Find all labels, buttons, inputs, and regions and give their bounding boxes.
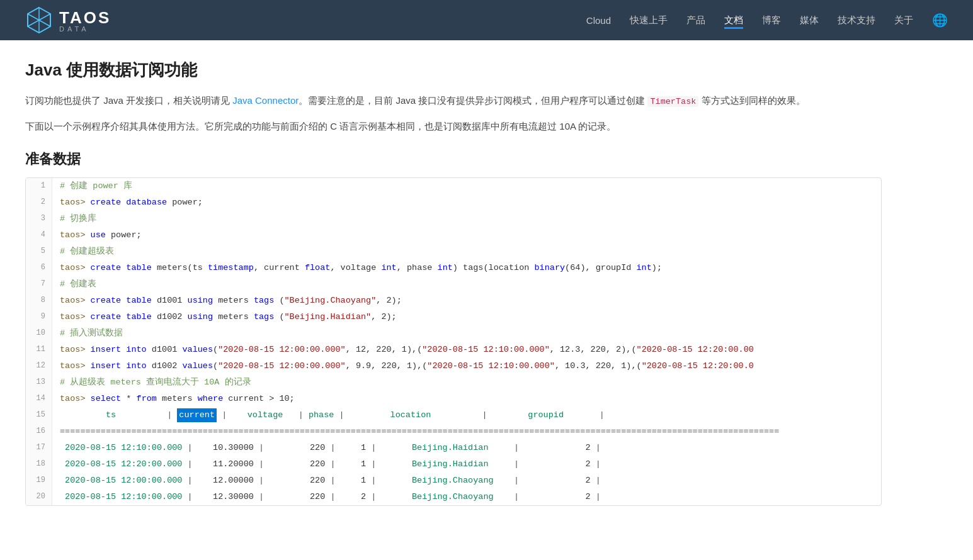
line-content: taos> create table d1002 using meters ta… [52, 309, 881, 325]
code-line: 3# 切换库 [26, 211, 881, 227]
code-line: 1# 创建 power 库 [26, 178, 881, 194]
line-content: taos> insert into d1002 values("2020-08-… [52, 358, 881, 374]
code-line: 12taos> insert into d1002 values("2020-0… [26, 358, 881, 374]
highlight-col: current [177, 408, 217, 422]
line-number: 6 [26, 260, 52, 276]
line-number: 18 [26, 456, 52, 473]
line-content: taos> create database power; [52, 194, 881, 211]
java-connector-link[interactable]: Java Connector [232, 95, 299, 106]
nav-about[interactable]: 关于 [894, 12, 913, 29]
line-content: # 插入测试数据 [52, 325, 881, 342]
line-number: 17 [26, 440, 52, 456]
desc1-prefix: 订阅功能也提供了 Java 开发接口，相关说明请见 [25, 95, 232, 106]
line-content: 2020-08-15 12:20:00.000 | 11.20000 | 220… [52, 456, 881, 473]
line-number: 12 [26, 358, 52, 374]
line-number: 20 [26, 489, 52, 505]
logo-icon [25, 6, 53, 34]
line-content: ========================================… [52, 423, 881, 440]
line-content: 2020-08-15 12:10:00.000 | 10.30000 | 220… [52, 440, 881, 456]
nav-docs[interactable]: 文档 [724, 12, 743, 29]
nav-product[interactable]: 产品 [686, 12, 705, 29]
line-number: 9 [26, 309, 52, 325]
line-number: 1 [26, 178, 52, 194]
line-number: 16 [26, 423, 52, 440]
code-line: 19 2020-08-15 12:00:00.000 | 12.00000 | … [26, 473, 881, 489]
line-number: 14 [26, 391, 52, 407]
nav-menu: Cloud 快速上手 产品 文档 博客 媒体 技术支持 关于 🌐 [586, 12, 948, 29]
line-number: 11 [26, 342, 52, 358]
code-line: 8taos> create table d1001 using meters t… [26, 293, 881, 309]
line-content: # 创建表 [52, 276, 881, 293]
line-content: taos> select * from meters where current… [52, 391, 881, 407]
desc1-end: 等方式达到同样的效果。 [698, 95, 805, 106]
desc-1: 订阅功能也提供了 Java 开发接口，相关说明请见 Java Connector… [25, 92, 882, 109]
code-line: 13# 从超级表 meters 查询电流大于 10A 的记录 [26, 374, 881, 391]
line-content: 2020-08-15 12:10:00.000 | 12.30000 | 220… [52, 489, 881, 505]
code-line: 20 2020-08-15 12:10:00.000 | 12.30000 | … [26, 489, 881, 505]
line-number: 3 [26, 211, 52, 227]
line-number: 19 [26, 473, 52, 489]
code-line: 11taos> insert into d1001 values("2020-0… [26, 342, 881, 358]
logo[interactable]: TAOS DATA [25, 6, 111, 34]
code-line: 7# 创建表 [26, 276, 881, 293]
nav-quickstart[interactable]: 快速上手 [630, 12, 668, 29]
line-number: 5 [26, 244, 52, 260]
line-number: 15 [26, 407, 52, 423]
timertask-code: TimerTask [647, 96, 698, 107]
line-content: # 创建 power 库 [52, 178, 881, 194]
desc-2: 下面以一个示例程序介绍其具体使用方法。它所完成的功能与前面介绍的 C 语言示例基… [25, 118, 882, 135]
line-content: taos> create table d1001 using meters ta… [52, 293, 881, 309]
line-number: 2 [26, 194, 52, 211]
line-content: ts | current | voltage | phase | locatio… [52, 407, 881, 423]
code-block: 1# 创建 power 库2taos> create database powe… [25, 177, 882, 506]
desc1-suffix: 。需要注意的是，目前 Java 接口没有提供异步订阅模式，但用户程序可以通过创建 [299, 95, 647, 106]
line-content: 2020-08-15 12:00:00.000 | 12.00000 | 220… [52, 473, 881, 489]
line-content: taos> create table meters(ts timestamp, … [52, 260, 881, 276]
code-line: 18 2020-08-15 12:20:00.000 | 11.20000 | … [26, 456, 881, 473]
line-number: 10 [26, 325, 52, 342]
code-line: 2taos> create database power; [26, 194, 881, 211]
line-content: taos> insert into d1001 values("2020-08-… [52, 342, 881, 358]
code-line: 16======================================… [26, 423, 881, 440]
nav-cloud[interactable]: Cloud [586, 13, 611, 28]
code-line: 4taos> use power; [26, 227, 881, 244]
nav-media[interactable]: 媒体 [800, 12, 819, 29]
code-line: 10# 插入测试数据 [26, 325, 881, 342]
line-content: # 切换库 [52, 211, 881, 227]
code-line: 14taos> select * from meters where curre… [26, 391, 881, 407]
main-content: Java 使用数据订阅功能 订阅功能也提供了 Java 开发接口，相关说明请见 … [0, 40, 907, 531]
line-number: 4 [26, 227, 52, 244]
navbar: TAOS DATA Cloud 快速上手 产品 文档 博客 媒体 技术支持 关于… [0, 0, 973, 40]
globe-icon[interactable]: 🌐 [932, 13, 948, 28]
page-title: Java 使用数据订阅功能 [25, 59, 882, 81]
logo-name: TAOS [59, 8, 111, 27]
line-content: taos> use power; [52, 227, 881, 244]
nav-blog[interactable]: 博客 [762, 12, 781, 29]
code-line: 17 2020-08-15 12:10:00.000 | 10.30000 | … [26, 440, 881, 456]
section-prepare-title: 准备数据 [25, 150, 882, 169]
code-line: 6taos> create table meters(ts timestamp,… [26, 260, 881, 276]
line-content: # 创建超级表 [52, 244, 881, 260]
line-content: # 从超级表 meters 查询电流大于 10A 的记录 [52, 374, 881, 391]
line-number: 7 [26, 276, 52, 293]
line-number: 8 [26, 293, 52, 309]
code-line: 15 ts | current | voltage | phase | loca… [26, 407, 881, 423]
code-line: 5# 创建超级表 [26, 244, 881, 260]
line-number: 13 [26, 374, 52, 391]
nav-support[interactable]: 技术支持 [838, 12, 875, 29]
code-line: 9taos> create table d1002 using meters t… [26, 309, 881, 325]
